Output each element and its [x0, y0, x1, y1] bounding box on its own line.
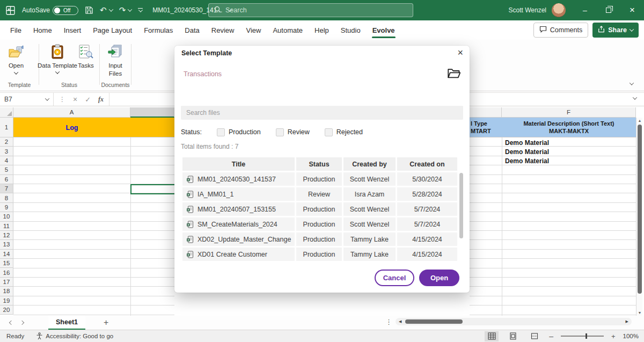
- cancel-button[interactable]: Cancel: [375, 270, 414, 286]
- chevron-down-icon[interactable]: [108, 7, 113, 11]
- avatar[interactable]: [552, 3, 566, 17]
- tab-review[interactable]: Review: [206, 20, 240, 40]
- column-header-f[interactable]: F: [502, 107, 636, 118]
- row-header-13[interactable]: 13: [0, 240, 13, 249]
- cells-region-left[interactable]: [13, 137, 174, 316]
- tab-insert[interactable]: Insert: [58, 20, 87, 40]
- header-title[interactable]: Title: [182, 157, 296, 171]
- row-header-18[interactable]: 18: [0, 287, 13, 296]
- redo-button[interactable]: ↷: [119, 5, 132, 15]
- row-header-17[interactable]: 17: [0, 278, 13, 287]
- collapse-ribbon-icon[interactable]: [630, 81, 634, 85]
- close-button[interactable]: ×: [620, 0, 644, 20]
- chevron-down-icon[interactable]: [128, 7, 132, 11]
- scroll-down-icon[interactable]: ▼: [636, 311, 643, 315]
- table-row[interactable]: SM_CreateMaterials_2024 Production Scott…: [182, 217, 457, 231]
- zoom-in-icon[interactable]: +: [611, 332, 616, 340]
- row-header-8[interactable]: 8: [0, 193, 13, 202]
- production-checkbox[interactable]: [217, 128, 225, 136]
- zoom-out-icon[interactable]: –: [549, 332, 553, 340]
- data-template-button[interactable]: Data Template: [42, 42, 72, 74]
- row-header-5[interactable]: 5: [0, 165, 13, 174]
- review-checkbox[interactable]: [276, 128, 284, 136]
- tab-evolve[interactable]: Evolve: [367, 20, 401, 40]
- row-header-19[interactable]: 19: [0, 296, 13, 305]
- next-sheet-icon[interactable]: [20, 321, 24, 325]
- autosave-control[interactable]: AutoSave Off: [22, 6, 78, 15]
- dialog-table-scrollbar[interactable]: [459, 173, 463, 286]
- row-header-10[interactable]: 10: [0, 212, 13, 221]
- row-header-6[interactable]: 6: [0, 175, 13, 184]
- row-header-2[interactable]: 2: [0, 137, 13, 147]
- row-header-4[interactable]: 4: [0, 156, 13, 165]
- row-header-14[interactable]: 14: [0, 250, 13, 259]
- row-header-20[interactable]: 20: [0, 305, 13, 315]
- cell-f2[interactable]: Demo Material: [505, 138, 634, 147]
- open-button[interactable]: Open: [8, 42, 25, 75]
- zoom-slider[interactable]: [561, 336, 604, 337]
- dialog-close-icon[interactable]: ×: [457, 47, 463, 59]
- titlebar-search-box[interactable]: [208, 3, 413, 17]
- page-break-preview-button[interactable]: [528, 331, 541, 341]
- cell-a1-log[interactable]: Log: [13, 118, 130, 137]
- column-header-b[interactable]: [130, 107, 174, 118]
- tab-file[interactable]: File: [4, 20, 27, 40]
- vertical-scroll-thumb[interactable]: [638, 125, 642, 294]
- table-row[interactable]: XD01 Create Customer Production Tammy La…: [182, 248, 457, 261]
- name-box[interactable]: B7: [0, 93, 54, 106]
- scroll-right-icon[interactable]: ▶: [626, 319, 628, 324]
- prev-sheet-icon[interactable]: [9, 321, 13, 325]
- save-icon[interactable]: [85, 6, 93, 14]
- row-header-7[interactable]: 7: [0, 184, 13, 193]
- table-row[interactable]: IA_MM01_1 Review Isra Azam 5/28/2024: [182, 187, 457, 201]
- header-created-on[interactable]: Created on: [397, 157, 457, 171]
- tab-help[interactable]: Help: [309, 20, 335, 40]
- column-header-a[interactable]: A: [13, 107, 130, 118]
- tab-automate[interactable]: Automate: [267, 20, 309, 40]
- scroll-left-icon[interactable]: ◀: [399, 319, 401, 324]
- select-all-corner[interactable]: [0, 107, 13, 118]
- row-header-11[interactable]: 11: [0, 222, 13, 231]
- cell-f3[interactable]: Demo Material: [505, 147, 634, 156]
- row-header-12[interactable]: 12: [0, 231, 13, 240]
- share-button[interactable]: Share: [592, 23, 639, 38]
- cell-f4[interactable]: Demo Material: [505, 157, 634, 166]
- tab-home[interactable]: Home: [27, 20, 58, 40]
- active-cell-b7[interactable]: [130, 184, 175, 194]
- table-row[interactable]: XD02_Update_Master_Change Production Tam…: [182, 232, 457, 246]
- input-files-button[interactable]: Input Files: [104, 42, 127, 78]
- restore-button[interactable]: [597, 0, 620, 20]
- vertical-scrollbar[interactable]: ▲ ▼: [636, 118, 642, 316]
- page-layout-view-button[interactable]: [506, 331, 520, 341]
- tab-data[interactable]: Data: [179, 20, 205, 40]
- scroll-up-icon[interactable]: ▲: [636, 119, 643, 122]
- sheetbar-options-icon[interactable]: ⋮: [385, 318, 392, 326]
- rejected-checkbox[interactable]: [325, 128, 333, 136]
- tab-formulas[interactable]: Formulas: [138, 20, 179, 40]
- transactions-breadcrumb[interactable]: Transactions: [184, 70, 222, 78]
- folder-icon[interactable]: [447, 67, 462, 82]
- tasks-button[interactable]: Tasks: [75, 42, 97, 70]
- normal-view-button[interactable]: [485, 331, 499, 341]
- tab-page-layout[interactable]: Page Layout: [87, 20, 138, 40]
- dialog-scroll-thumb[interactable]: [459, 173, 463, 238]
- search-input[interactable]: [225, 6, 407, 14]
- table-row[interactable]: MM01_20240530_141537 Production Scott We…: [182, 172, 457, 186]
- undo-button[interactable]: ↶: [100, 5, 113, 15]
- header-status[interactable]: Status: [296, 157, 343, 171]
- cell-e1-header[interactable]: l Type MTART: [470, 118, 502, 137]
- comments-button[interactable]: Comments: [533, 23, 588, 38]
- row-header-9[interactable]: 9: [0, 203, 13, 212]
- horizontal-scroll-thumb[interactable]: [405, 319, 463, 324]
- more-options-icon[interactable]: ⋮: [59, 96, 65, 103]
- open-button-dialog[interactable]: Open: [419, 270, 459, 286]
- chevron-down-icon[interactable]: [45, 96, 49, 100]
- row-header-3[interactable]: 3: [0, 147, 13, 156]
- row-header-16[interactable]: 16: [0, 268, 13, 277]
- row-header-15[interactable]: 15: [0, 259, 13, 268]
- header-created-by[interactable]: Created by: [343, 157, 397, 171]
- row-header-1[interactable]: 1: [0, 118, 13, 137]
- quick-access-dropdown-icon[interactable]: [138, 8, 143, 12]
- minimize-button[interactable]: –: [573, 0, 597, 20]
- sheet-tab-sheet1[interactable]: Sheet1: [48, 316, 85, 330]
